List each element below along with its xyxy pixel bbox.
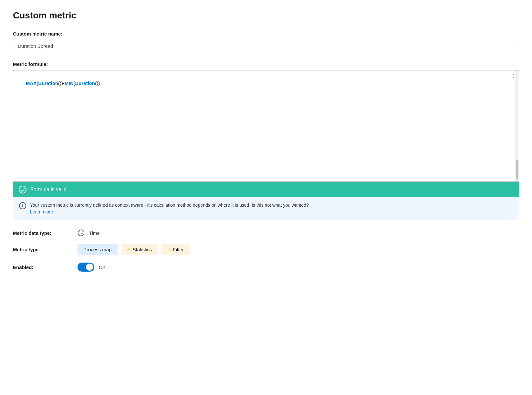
learn-more-link[interactable]: Learn more. [30,209,54,214]
info-icon: i [19,202,26,209]
page-title: Custom metric [13,10,519,21]
info-message: Your custom metric is currently defined … [30,203,309,208]
clock-icon [78,229,85,236]
tag-statistics-label: Statistics [133,247,152,252]
svg-line-2 [81,233,82,234]
formula-textarea[interactable]: MAX(Duration())-MIN(Duration()) [13,70,519,180]
info-banner: i Your custom metric is currently define… [13,197,519,220]
tag-filter-label: Filter [173,247,184,252]
tag-statistics[interactable]: ⚠ Statistics [121,244,158,255]
metric-type-label: Metric type: [13,247,78,252]
enabled-toggle[interactable] [78,263,94,272]
tag-filter[interactable]: ⚠ Filter [161,244,190,255]
metric-formula-label: Metric formula: [13,61,519,67]
tag-process-map[interactable]: Process map [78,244,118,255]
toggle-knob [86,264,93,271]
enabled-toggle-row: On [78,263,105,272]
metric-type-row: Metric type: Process map ⚠ Statistics ⚠ … [13,244,519,255]
enabled-row: Enabled: On [13,263,519,272]
tag-process-map-label: Process map [83,247,112,252]
enabled-label: Enabled: [13,265,78,270]
validity-message: Formula is valid [30,187,67,192]
metric-type-tags: Process map ⚠ Statistics ⚠ Filter [78,244,190,255]
warning-icon-statistics: ⚠ [127,247,131,252]
info-text: Your custom metric is currently defined … [30,202,309,215]
metric-data-type-value: Time [89,230,100,236]
metric-data-type-row: Metric data type: Time [13,229,519,236]
valid-check-icon [19,186,26,193]
validity-banner: Formula is valid [13,182,519,197]
enabled-state-label: On [99,265,105,270]
formula-resize-handle[interactable]: ⇕ [511,73,516,79]
formula-area-wrapper: MAX(Duration())-MIN(Duration()) MAX(Dura… [13,70,519,182]
metric-name-input[interactable] [13,40,519,52]
warning-icon-filter: ⚠ [167,247,171,252]
metric-data-type-label: Metric data type: [13,230,78,236]
metric-name-label: Custom metric name: [13,31,519,36]
metric-data-type-content: Time [78,229,100,236]
